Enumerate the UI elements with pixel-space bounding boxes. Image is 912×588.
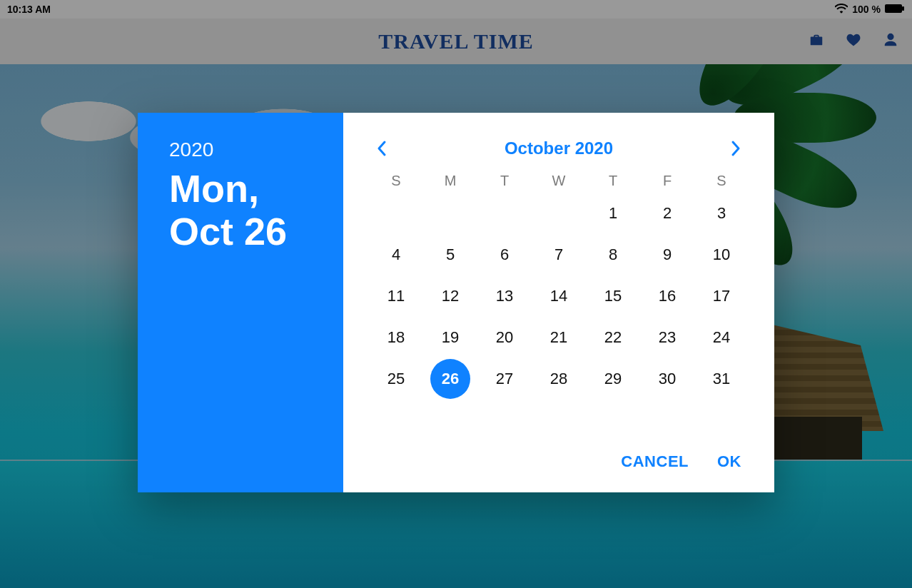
calendar-day[interactable]: 25 [380, 363, 412, 395]
calendar-day[interactable]: 20 [489, 322, 520, 353]
selected-date-line2: Oct 26 [169, 210, 287, 253]
weekday-header: M [423, 173, 477, 189]
calendar-day[interactable]: 24 [706, 322, 737, 353]
weekday-header: W [532, 173, 586, 189]
calendar-day[interactable]: 15 [597, 280, 629, 312]
month-label[interactable]: October 2020 [505, 138, 613, 158]
calendar-day[interactable]: 10 [706, 239, 737, 270]
date-picker-header: 2020 Mon, Oct 26 [138, 113, 343, 492]
calendar-day-empty [543, 198, 574, 229]
selected-year[interactable]: 2020 [169, 138, 320, 161]
weekday-header: F [640, 173, 694, 189]
calendar-day-empty [435, 198, 466, 229]
dialog-actions: CANCEL OK [369, 440, 749, 478]
calendar-day[interactable]: 5 [435, 239, 466, 270]
calendar-day[interactable]: 31 [706, 363, 737, 395]
calendar-day[interactable]: 22 [597, 322, 629, 353]
next-month-button[interactable] [723, 136, 749, 161]
calendar-day[interactable]: 17 [706, 280, 737, 312]
month-nav: October 2020 [369, 133, 749, 164]
selected-date-line1: Mon, [169, 167, 259, 210]
weekday-header: T [477, 173, 532, 189]
calendar-day[interactable]: 4 [380, 239, 412, 270]
calendar-day[interactable]: 19 [435, 322, 466, 353]
cancel-button[interactable]: CANCEL [621, 452, 689, 471]
calendar-day[interactable]: 6 [489, 239, 520, 270]
calendar-day[interactable]: 12 [435, 280, 466, 312]
calendar-day[interactable]: 18 [380, 322, 412, 353]
weekday-header: T [586, 173, 640, 189]
weekday-header: S [369, 173, 423, 189]
selected-date-label[interactable]: Mon, Oct 26 [169, 167, 320, 253]
calendar-day[interactable]: 7 [543, 239, 574, 270]
calendar-day[interactable]: 2 [652, 198, 683, 229]
calendar-day[interactable]: 30 [652, 363, 683, 395]
calendar-day[interactable]: 8 [597, 239, 629, 270]
calendar-day[interactable]: 21 [543, 322, 574, 353]
calendar-day-empty [380, 198, 412, 229]
calendar-day[interactable]: 13 [489, 280, 520, 312]
calendar-day[interactable]: 3 [706, 198, 737, 229]
calendar-day[interactable]: 23 [652, 322, 683, 353]
calendar-day[interactable]: 28 [543, 363, 574, 395]
calendar-day-empty [489, 198, 520, 229]
calendar-day[interactable]: 9 [652, 239, 683, 270]
ok-button[interactable]: OK [717, 452, 741, 471]
date-picker-dialog: 2020 Mon, Oct 26 October 2020 SMTWTFS 12… [138, 113, 774, 492]
calendar-day[interactable]: 11 [380, 280, 412, 312]
calendar-day[interactable]: 26 [430, 359, 470, 399]
calendar-day[interactable]: 14 [543, 280, 574, 312]
weekday-header: S [694, 173, 749, 189]
calendar-day[interactable]: 29 [597, 363, 629, 395]
calendar-day[interactable]: 1 [597, 198, 629, 229]
calendar-day[interactable]: 16 [652, 280, 683, 312]
calendar-day[interactable]: 27 [489, 363, 520, 395]
prev-month-button[interactable] [369, 136, 395, 161]
